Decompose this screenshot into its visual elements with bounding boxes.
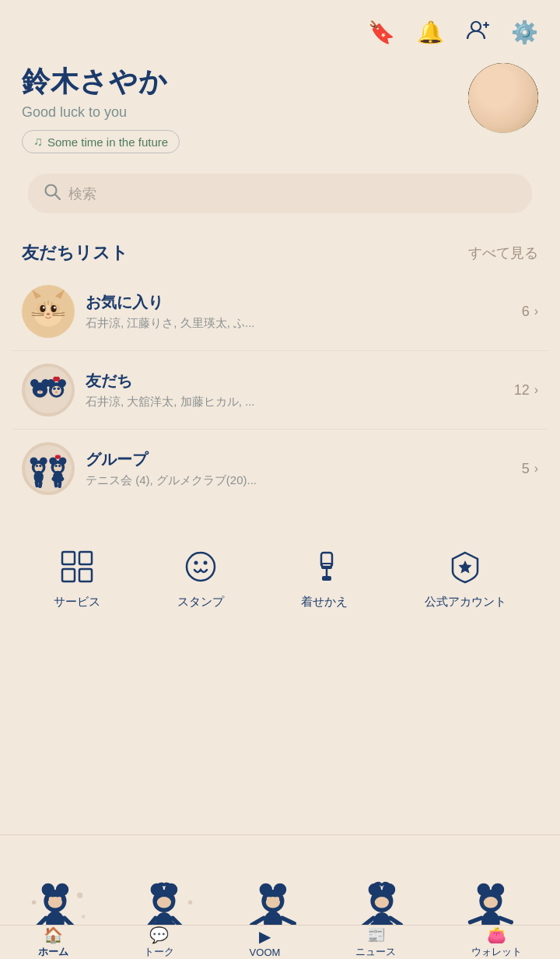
profile-info: 鈴木さやか Good luck to you ♫ Some time in th… xyxy=(22,63,468,153)
svg-point-30 xyxy=(40,387,44,390)
svg-point-13 xyxy=(43,307,45,309)
svg-point-14 xyxy=(54,307,56,309)
top-bar: 🔖 🔔 ⚙️ xyxy=(0,0,560,54)
svg-rect-68 xyxy=(79,569,92,581)
see-all-link[interactable]: すべて見る xyxy=(468,244,538,262)
official-label: 公式アカウント xyxy=(425,595,506,609)
nav-tab-wallet[interactable]: 👛 ウォレット xyxy=(465,922,528,959)
svg-point-53 xyxy=(49,457,57,465)
services-icon xyxy=(55,545,99,588)
themes-label: 着せかえ xyxy=(301,595,348,609)
svg-point-15 xyxy=(46,313,50,316)
nav-tabs: 🏠 ホーム 💬 トーク ▶ VOOM 📰 ニュース 👛 ウォレット xyxy=(0,925,560,959)
search-container: 検索 xyxy=(12,161,548,226)
svg-point-37 xyxy=(55,378,58,381)
favorites-avatar xyxy=(22,285,75,338)
nav-tab-voom-label: VOOM xyxy=(250,947,281,958)
shortcut-services[interactable]: サービス xyxy=(54,545,100,609)
friends-count: 12 › xyxy=(514,382,538,399)
svg-marker-76 xyxy=(459,560,472,574)
shortcut-themes[interactable]: 着せかえ xyxy=(301,545,348,609)
friend-item-friends[interactable]: 友だち 石井涼, 大舘洋太, 加藤ヒカル, ... 12 › xyxy=(12,351,548,430)
friend-item-groups[interactable]: グループ テニス会 (4), グルメクラブ(20)... 5 › xyxy=(12,430,548,508)
bookmark-icon[interactable]: 🔖 xyxy=(368,19,395,45)
svg-line-147 xyxy=(471,918,482,922)
svg-point-62 xyxy=(51,476,64,483)
svg-point-114 xyxy=(267,897,271,901)
svg-point-39 xyxy=(53,387,56,390)
svg-point-141 xyxy=(484,897,498,908)
stamps-icon xyxy=(179,545,222,588)
shortcut-stamps[interactable]: スタンプ xyxy=(177,545,224,609)
friends-avatar xyxy=(22,364,75,416)
voom-icon: ▶ xyxy=(259,927,271,946)
nav-tab-news-label: ニュース xyxy=(355,945,396,959)
groups-count: 5 › xyxy=(522,461,538,477)
svg-point-70 xyxy=(194,561,198,565)
svg-line-148 xyxy=(500,918,512,922)
svg-point-41 xyxy=(55,392,58,393)
svg-point-40 xyxy=(57,387,60,390)
svg-point-48 xyxy=(39,465,41,467)
svg-point-47 xyxy=(36,465,38,467)
favorites-info: お気に入り 石井涼, 江藤りさ, 久里瑛太, ふ... xyxy=(75,292,522,331)
svg-line-4 xyxy=(55,195,60,199)
home-icon: 🏠 xyxy=(44,926,63,944)
profile-status: Good luck to you xyxy=(22,104,468,121)
official-icon xyxy=(443,545,487,588)
chevron-icon: › xyxy=(534,383,538,397)
svg-rect-72 xyxy=(321,553,332,567)
svg-rect-65 xyxy=(62,552,75,564)
svg-point-109 xyxy=(188,901,192,905)
add-user-icon[interactable] xyxy=(466,19,489,46)
settings-icon[interactable]: ⚙️ xyxy=(511,19,538,45)
avatar-face xyxy=(468,63,538,133)
nav-tab-home[interactable]: 🏠 ホーム xyxy=(32,922,75,959)
svg-point-59 xyxy=(55,465,58,467)
friends-info: 友だち 石井涼, 大舘洋太, 加藤ヒカル, ... xyxy=(75,371,514,409)
svg-point-0 xyxy=(471,22,481,31)
bottom-nav: 🏠 ホーム 💬 トーク ▶ VOOM 📰 ニュース 👛 ウォレット xyxy=(0,834,560,959)
friend-item-favorites[interactable]: お気に入り 石井涼, 江藤りさ, 久里瑛太, ふ... 6 › xyxy=(12,272,548,351)
chevron-icon: › xyxy=(534,462,538,476)
nav-tab-voom[interactable]: ▶ VOOM xyxy=(243,924,287,960)
search-icon xyxy=(44,183,61,204)
themes-icon xyxy=(303,545,346,588)
friend-list: お気に入り 石井涼, 江藤りさ, 久里瑛太, ふ... 6 › xyxy=(0,272,560,508)
svg-rect-67 xyxy=(62,569,75,581)
svg-point-11 xyxy=(40,305,45,312)
svg-point-90 xyxy=(32,901,36,905)
svg-point-38 xyxy=(51,386,61,395)
svg-point-54 xyxy=(59,457,67,465)
svg-point-45 xyxy=(40,457,47,465)
svg-point-115 xyxy=(275,897,279,901)
services-label: サービス xyxy=(54,595,100,609)
svg-point-99 xyxy=(157,897,171,908)
groups-info: グループ テニス会 (4), グルメクラブ(20)... xyxy=(75,449,522,488)
stamps-label: スタンプ xyxy=(177,595,224,609)
music-badge[interactable]: ♫ Some time in the future xyxy=(22,130,180,153)
wallet-icon: 👛 xyxy=(487,926,506,944)
svg-rect-75 xyxy=(322,576,331,581)
groups-name: グループ xyxy=(86,449,511,470)
shortcut-official[interactable]: 公式アカウント xyxy=(425,545,506,609)
svg-line-122 xyxy=(282,918,294,923)
bell-icon[interactable]: 🔔 xyxy=(417,19,444,45)
avatar[interactable] xyxy=(468,63,538,133)
svg-point-12 xyxy=(51,305,57,312)
svg-point-81 xyxy=(49,897,53,901)
nav-tab-home-label: ホーム xyxy=(38,945,68,959)
svg-point-57 xyxy=(57,455,59,458)
section-header: 友だちリスト すべて見る xyxy=(0,226,560,272)
music-note-icon: ♫ xyxy=(33,135,43,149)
profile-section: 鈴木さやか Good luck to you ♫ Some time in th… xyxy=(0,54,560,161)
svg-point-129 xyxy=(375,897,389,908)
groups-sub: テニス会 (4), グルメクラブ(20)... xyxy=(86,473,511,488)
shortcut-bar: サービス スタンプ 着せかえ xyxy=(0,523,560,625)
nav-tab-news[interactable]: 📰 ニュース xyxy=(349,922,402,959)
search-bar[interactable]: 検索 xyxy=(28,174,532,213)
favorites-name: お気に入り xyxy=(86,292,511,313)
nav-tab-wallet-label: ウォレット xyxy=(471,945,522,959)
nav-tab-talk[interactable]: 💬 トーク xyxy=(138,922,180,959)
svg-rect-66 xyxy=(79,552,92,564)
